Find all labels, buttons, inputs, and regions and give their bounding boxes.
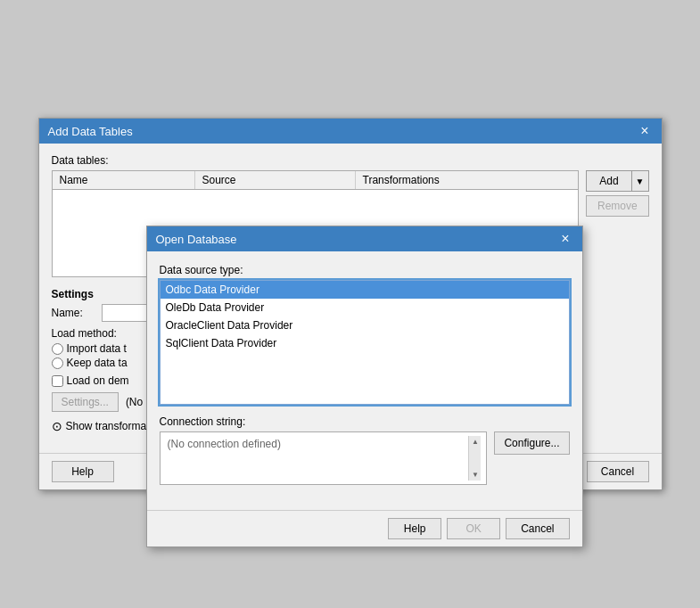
modal-cancel-button[interactable]: Cancel <box>506 518 569 539</box>
scroll-down-icon: ▼ <box>472 471 479 479</box>
add-dropdown-arrow[interactable]: ▼ <box>631 170 649 192</box>
tables-buttons: Add ▼ Remove <box>586 170 648 277</box>
modal-close-button[interactable]: × <box>557 232 572 246</box>
connection-string-label: Connection string: <box>160 415 570 428</box>
modal-help-button[interactable]: Help <box>388 518 441 539</box>
add-button-split: Add ▼ <box>586 170 648 192</box>
help-button[interactable]: Help <box>52 461 114 482</box>
load-on-demand-label: Load on dem <box>67 374 129 387</box>
data-tables-header: Name Source Transformations <box>53 171 579 190</box>
list-item-oledb[interactable]: OleDb Data Provider <box>161 299 569 316</box>
modal-ok-button[interactable]: OK <box>447 518 500 539</box>
connection-scrollbar[interactable]: ▲ ▼ <box>468 436 481 481</box>
name-label: Name: <box>52 307 96 319</box>
connection-string-inner: (No connection defined) ▲ ▼ <box>166 436 482 481</box>
dialog-close-button[interactable]: × <box>637 124 652 138</box>
on-demand-settings-button[interactable]: Settings... <box>52 392 119 412</box>
import-radio[interactable] <box>52 343 63 355</box>
datasource-type-label: Data source type: <box>160 264 570 276</box>
col-header-name: Name <box>53 171 195 189</box>
modal-titlebar: Open Database × <box>147 226 582 251</box>
keep-label: Keep data ta <box>67 357 128 369</box>
scroll-up-icon: ▲ <box>472 438 479 446</box>
datasource-list[interactable]: Odbc Data Provider OleDb Data Provider O… <box>160 280 570 405</box>
configure-button[interactable]: Configure... <box>494 431 569 455</box>
col-header-source: Source <box>195 171 356 189</box>
col-header-transformations: Transformations <box>356 171 579 189</box>
expand-icon[interactable]: ⊙ <box>52 419 62 433</box>
dialog-title: Add Data Tables <box>48 125 133 138</box>
list-item-oracle[interactable]: OracleClient Data Provider <box>161 316 569 334</box>
data-tables-label: Data tables: <box>52 154 649 167</box>
modal-body: Data source type: Odbc Data Provider Ole… <box>147 251 582 510</box>
remove-button[interactable]: Remove <box>586 195 648 217</box>
load-on-demand-checkbox[interactable] <box>52 375 63 387</box>
list-item-sqlclient[interactable]: SqlClient Data Provider <box>161 334 569 352</box>
add-button[interactable]: Add <box>586 170 630 192</box>
list-item-odbc[interactable]: Odbc Data Provider <box>161 281 569 299</box>
connection-text: (No connection defined) <box>166 436 469 481</box>
modal-footer: Help OK Cancel <box>147 510 582 546</box>
import-label: Import data t <box>67 342 127 355</box>
cancel-button[interactable]: Cancel <box>587 461 649 482</box>
dialog-titlebar: Add Data Tables × <box>39 119 662 144</box>
keep-radio[interactable] <box>52 357 63 369</box>
add-data-tables-dialog: Add Data Tables × Data tables: Name Sour… <box>38 118 663 490</box>
modal-title: Open Database <box>156 233 237 246</box>
connection-area: (No connection defined) ▲ ▼ Configure... <box>160 431 570 485</box>
connection-string-box: (No connection defined) ▲ ▼ <box>160 431 488 485</box>
open-database-dialog: Open Database × Data source type: Odbc D… <box>146 226 583 547</box>
